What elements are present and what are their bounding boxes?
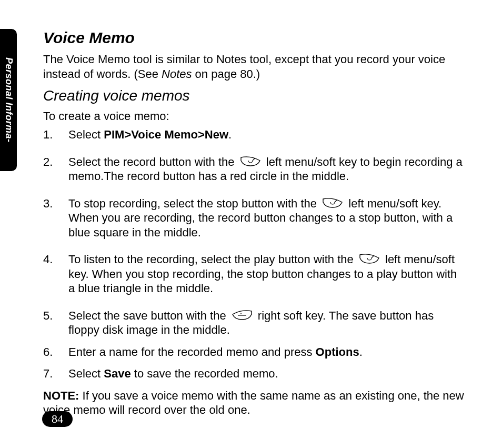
left-softkey-icon xyxy=(359,254,380,264)
note-text: If you save a voice memo with the same n… xyxy=(43,389,464,417)
steps-list: 1. Select PIM>Voice Memo>New. 2. Select … xyxy=(43,127,464,381)
step-number: 4. xyxy=(43,252,68,296)
step-number: 2. xyxy=(43,155,68,184)
step-7-pre: Select xyxy=(68,367,104,380)
step-1-pre: Select xyxy=(68,128,104,141)
sidebar-tab: Personal Informa- xyxy=(0,29,17,171)
svg-point-4 xyxy=(240,313,242,314)
step-body: To listen to the recording, select the p… xyxy=(68,252,464,296)
step-6-post: . xyxy=(359,345,363,359)
step-3: 3. To stop recording, select the stop bu… xyxy=(43,196,464,240)
step-2-pre: Select the record button with the xyxy=(68,155,238,168)
step-6: 6. Enter a name for the recorded memo an… xyxy=(43,345,464,360)
svg-line-1 xyxy=(335,200,337,202)
page-number: 84 xyxy=(52,412,63,426)
step-5: 5. Select the save button with the right… xyxy=(43,308,464,337)
left-softkey-icon xyxy=(322,198,343,208)
step-5-pre: Select the save button with the xyxy=(68,309,229,322)
step-number: 7. xyxy=(43,366,68,381)
step-body: Enter a name for the recorded memo and p… xyxy=(68,345,464,360)
step-7-post: to save the recorded memo. xyxy=(131,367,278,380)
svg-line-2 xyxy=(372,256,374,258)
step-7: 7. Select Save to save the recorded memo… xyxy=(43,366,464,381)
page-number-badge: 84 xyxy=(42,411,73,427)
intro-text-2: on page 80.) xyxy=(192,67,260,81)
step-body: Select the save button with the right so… xyxy=(68,308,464,337)
svg-line-0 xyxy=(253,158,255,161)
intro-notes-ref: Notes xyxy=(162,67,192,81)
step-number: 3. xyxy=(43,196,68,240)
sidebar-label: Personal Informa- xyxy=(3,57,14,143)
step-6-bold: Options xyxy=(316,345,359,359)
step-7-bold: Save xyxy=(104,367,130,380)
step-number: 6. xyxy=(43,345,68,360)
step-4: 4. To listen to the recording, select th… xyxy=(43,252,464,296)
note-paragraph: NOTE: If you save a voice memo with the … xyxy=(43,389,464,417)
step-body: Select Save to save the recorded memo. xyxy=(68,366,464,381)
step-1-post: . xyxy=(228,128,232,141)
step-number: 1. xyxy=(43,127,68,142)
note-label: NOTE: xyxy=(43,389,79,402)
menu-path: PIM>Voice Memo>New xyxy=(104,128,228,141)
step-2: 2. Select the record button with the lef… xyxy=(43,155,464,184)
step-4-pre: To listen to the recording, select the p… xyxy=(68,253,357,266)
lead-text: To create a voice memo: xyxy=(43,109,464,123)
subsection-title: Creating voice memos xyxy=(43,87,464,104)
step-body: To stop recording, select the stop butto… xyxy=(68,196,464,240)
step-3-pre: To stop recording, select the stop butto… xyxy=(68,197,320,210)
step-body: Select the record button with the left m… xyxy=(68,155,464,184)
page-content: Voice Memo The Voice Memo tool is simila… xyxy=(43,29,464,429)
step-number: 5. xyxy=(43,308,68,337)
right-softkey-icon xyxy=(232,310,253,321)
step-6-pre: Enter a name for the recorded memo and p… xyxy=(68,345,316,359)
left-softkey-icon xyxy=(240,156,261,167)
section-title: Voice Memo xyxy=(43,29,464,47)
step-body: Select PIM>Voice Memo>New. xyxy=(68,127,464,142)
intro-paragraph: The Voice Memo tool is similar to Notes … xyxy=(43,52,464,81)
step-1: 1. Select PIM>Voice Memo>New. xyxy=(43,127,464,142)
